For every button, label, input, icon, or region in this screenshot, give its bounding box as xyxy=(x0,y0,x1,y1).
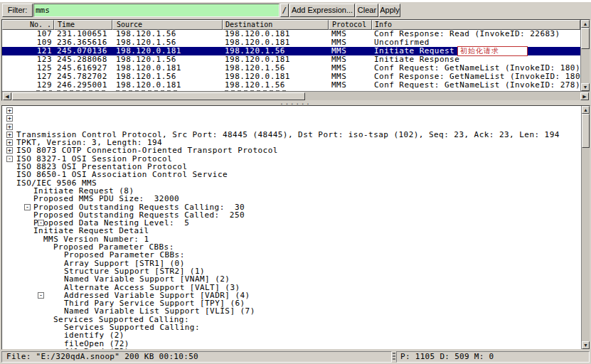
packet-source: 198.120.1.56 xyxy=(112,30,223,38)
packet-protocol: MMS xyxy=(329,73,372,81)
packet-source: 198.120.0.181 xyxy=(112,47,223,55)
packet-time: 245.288068 xyxy=(54,55,112,64)
expander-icon[interactable]: - xyxy=(38,292,44,299)
packet-source: 198.120.1.56 xyxy=(112,55,223,64)
expander-icon[interactable]: + xyxy=(6,124,13,130)
packet-destination: 198.120.0.181 xyxy=(223,30,329,38)
tree-line[interactable]: + ISO 8073 COTP Connection-Oriented Tran… xyxy=(2,123,581,131)
packet-row[interactable]: 129 246.295001 198.120.0.181 198.120.1.5… xyxy=(2,81,580,90)
tree-line[interactable]: - Services Supported Calling: xyxy=(2,291,581,299)
status-grip-icon[interactable] xyxy=(393,353,395,361)
tree-line[interactable]: Named Variable Support [VNAM] (2) xyxy=(2,251,581,259)
tree-line[interactable]: Services Supported Calling: xyxy=(2,299,581,307)
packet-list-horizontal-scrollbar[interactable]: ◀ ▶ xyxy=(2,91,590,100)
packet-source: 198.120.1.56 xyxy=(112,38,223,47)
packet-protocol: MMS xyxy=(329,81,372,90)
packet-destination: 198.120.0.181 xyxy=(223,55,329,64)
packet-list-pane: No. . Time Source Destination Protocol I… xyxy=(1,19,590,101)
tree-line[interactable]: fileClose (74) xyxy=(2,331,581,339)
hscroll-thumb[interactable] xyxy=(12,92,305,100)
packet-list-vertical-scrollbar[interactable]: ▲ ▼ xyxy=(580,20,590,91)
tree-line[interactable]: fileRead (73) xyxy=(2,323,581,331)
tree-line[interactable]: + TPKT, Version: 3, Length: 194 xyxy=(2,114,581,122)
status-packet-counts: P: 1105 D: 509 M: 0 xyxy=(396,351,590,363)
packet-source: 198.120.1.56 xyxy=(112,73,223,81)
vscroll-thumb[interactable] xyxy=(581,28,590,49)
tree-line[interactable]: - Initiate Request Detail xyxy=(2,203,581,211)
scroll-down-icon[interactable]: ▼ xyxy=(582,341,590,349)
packet-no: 121 xyxy=(2,47,54,55)
packet-protocol: MMS xyxy=(329,64,372,73)
protocol-tree: + Transmission Control Protocol, Src Por… xyxy=(2,107,581,349)
tree-line[interactable]: + Transmission Control Protocol, Src Por… xyxy=(2,107,581,114)
packet-row[interactable]: 123 245.288068 198.120.1.56 198.120.0.18… xyxy=(2,55,580,64)
tree-line[interactable]: Proposed MMS PDU Size: 32000 xyxy=(2,171,581,178)
tree-line[interactable]: Proposed Outstanding Requests Calling: 3… xyxy=(2,179,581,187)
packet-row[interactable]: 107 231.100651 198.120.1.56 198.120.0.18… xyxy=(2,30,580,38)
tree-line[interactable]: Initiate Request (8) xyxy=(2,163,581,171)
packet-protocol: MMS xyxy=(329,47,372,55)
scroll-right-icon[interactable]: ▶ xyxy=(580,92,589,100)
packet-row[interactable]: 127 245.782702 198.120.1.56 198.120.0.18… xyxy=(2,73,580,81)
tree-line[interactable]: MMS Version Number: 1 xyxy=(2,211,581,219)
expander-icon[interactable]: - xyxy=(24,204,31,210)
tree-line[interactable]: Proposed Parameter CBBs: xyxy=(2,227,581,235)
packet-time: 246.295001 xyxy=(54,81,112,90)
packet-row[interactable]: 125 245.616927 198.120.0.181 198.120.1.5… xyxy=(2,64,580,73)
column-header-source[interactable]: Source xyxy=(112,20,223,30)
packet-info: Initiate Response xyxy=(372,55,580,64)
tree-line[interactable]: Proposed Outstanding Requests Called: 25… xyxy=(2,187,581,195)
packet-destination: 198.120.1.56 xyxy=(223,81,329,90)
tree-line[interactable]: Addressed Variable Support [VADR] (4) xyxy=(2,267,581,275)
packet-source: 198.120.0.181 xyxy=(112,81,223,90)
expander-icon[interactable]: + xyxy=(6,132,13,138)
filter-input[interactable] xyxy=(33,4,279,17)
tree-line[interactable]: - Proposed Parameter CBBs: xyxy=(2,219,581,227)
packet-info: Conf Request: GetNameList (InvokeID: 278… xyxy=(372,81,580,90)
scroll-up-icon[interactable]: ▲ xyxy=(582,106,590,114)
tree-line[interactable]: + ISO 8650-1 OSI Association Control Ser… xyxy=(2,146,581,154)
tree-line[interactable]: Proposed Data Nesting Level: 5 xyxy=(2,195,581,203)
scroll-left-icon[interactable]: ◀ xyxy=(3,92,11,100)
tree-line[interactable]: fileOpen (72) xyxy=(2,316,581,323)
tree-line[interactable]: Array Support [STR1] (0) xyxy=(2,235,581,243)
tree-line[interactable]: identify (2) xyxy=(2,307,581,315)
column-header-destination[interactable]: Destination xyxy=(223,20,329,30)
expander-icon[interactable]: + xyxy=(6,115,13,122)
tree-line[interactable]: Third Pary Service Support [TPY] (6) xyxy=(2,275,581,283)
clear-button[interactable]: Clear xyxy=(356,4,378,17)
expander-icon[interactable]: - xyxy=(6,156,13,162)
column-header-info[interactable]: Info xyxy=(372,20,580,30)
tree-line[interactable]: Structure Support [STR2] (1) xyxy=(2,243,581,251)
tree-line[interactable]: Named Variable List Support [VLIS] (7) xyxy=(2,284,581,291)
scroll-up-icon[interactable]: ▲ xyxy=(581,20,590,28)
tree-line[interactable]: informationReport (79) xyxy=(2,340,581,348)
tree-line[interactable]: - ISO/IEC 9506 MMS xyxy=(2,155,581,163)
column-header-time[interactable]: Time xyxy=(54,20,112,30)
tree-line[interactable]: + ISO 8327-1 OSI Session Protocol xyxy=(2,131,581,139)
packet-destination: 198.120.1.56 xyxy=(223,47,329,55)
expander-icon[interactable]: + xyxy=(6,147,13,154)
tree-vertical-scrollbar[interactable]: ▲ ▼ xyxy=(581,106,590,349)
expander-icon[interactable]: + xyxy=(6,139,13,146)
packet-time: 231.100651 xyxy=(54,30,112,38)
packet-no: 123 xyxy=(2,55,54,64)
packet-time: 245.616927 xyxy=(54,64,112,73)
vscroll-thumb[interactable] xyxy=(582,114,590,148)
packet-row[interactable]: 121 245.070136 198.120.0.181 198.120.1.5… xyxy=(2,47,580,55)
packet-source: 198.120.0.181 xyxy=(112,64,223,73)
filter-button[interactable]: Filter: xyxy=(2,4,33,17)
packet-protocol: MMS xyxy=(329,38,372,47)
packet-no: 127 xyxy=(2,73,54,81)
apply-button[interactable]: Apply xyxy=(379,4,400,17)
scroll-down-icon[interactable]: ▼ xyxy=(581,83,590,91)
expander-icon[interactable]: - xyxy=(38,220,44,226)
expander-icon[interactable]: + xyxy=(6,107,13,114)
column-header-no[interactable]: No. . xyxy=(2,20,54,30)
packet-info: Conf Response: GetNameList (InvokeID: 18… xyxy=(372,73,580,81)
tree-line[interactable]: Alternate Access Support [VALT] (3) xyxy=(2,259,581,267)
tree-line[interactable]: + ISO 8823 OSI Presentation Protocol xyxy=(2,139,581,146)
column-header-protocol[interactable]: Protocol xyxy=(329,20,372,30)
packet-info: Conf Response: Read (InvokeID: 22683) xyxy=(372,30,580,38)
add-expression-button[interactable]: Add Expression... xyxy=(289,4,355,17)
